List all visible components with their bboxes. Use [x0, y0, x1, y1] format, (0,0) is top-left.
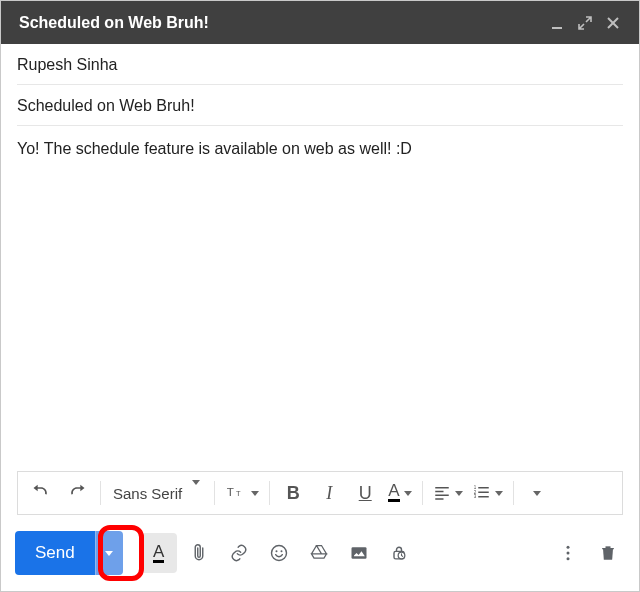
- svg-rect-24: [606, 546, 611, 548]
- svg-point-23: [567, 557, 570, 560]
- expand-button[interactable]: [571, 9, 599, 37]
- font-size-picker[interactable]: TT: [221, 475, 263, 511]
- chevron-down-icon: [455, 491, 463, 496]
- bold-button[interactable]: B: [276, 475, 310, 511]
- separator: [513, 481, 514, 505]
- insert-emoji-button[interactable]: [261, 533, 297, 573]
- separator: [100, 481, 101, 505]
- redo-button[interactable]: [60, 475, 94, 511]
- insert-drive-button[interactable]: [301, 533, 337, 573]
- discard-draft-button[interactable]: [591, 533, 625, 573]
- attach-file-button[interactable]: [181, 533, 217, 573]
- svg-point-17: [280, 550, 282, 552]
- formatting-toolbar: Sans Serif TT B I U A 123: [17, 471, 623, 515]
- window-title: Scheduled on Web Bruh!: [19, 14, 543, 32]
- svg-text:3: 3: [473, 494, 476, 499]
- more-options-button[interactable]: [551, 533, 585, 573]
- insert-photo-button[interactable]: [341, 533, 377, 573]
- title-bar: Scheduled on Web Bruh!: [1, 1, 639, 44]
- chevron-down-icon: [251, 491, 259, 496]
- svg-point-21: [567, 546, 570, 549]
- font-family-picker[interactable]: Sans Serif: [107, 475, 208, 511]
- chevron-down-icon: [192, 485, 200, 502]
- compose-window: Scheduled on Web Bruh! Rupesh Sinha Sche…: [0, 0, 640, 592]
- action-bar: Send A: [1, 525, 639, 591]
- chevron-down-icon: [533, 491, 541, 496]
- message-body[interactable]: Yo! The schedule feature is available on…: [1, 126, 639, 471]
- align-picker[interactable]: [429, 475, 467, 511]
- subject-field[interactable]: Scheduled on Web Bruh!: [17, 85, 623, 126]
- minimize-button[interactable]: [543, 9, 571, 37]
- close-button[interactable]: [599, 9, 627, 37]
- svg-text:T: T: [227, 485, 234, 498]
- svg-text:T: T: [236, 489, 241, 498]
- chevron-down-icon: [404, 491, 412, 496]
- insert-link-button[interactable]: [221, 533, 257, 573]
- header-fields: Rupesh Sinha Scheduled on Web Bruh!: [1, 44, 639, 126]
- list-picker[interactable]: 123: [469, 475, 507, 511]
- italic-button[interactable]: I: [312, 475, 346, 511]
- send-button[interactable]: Send: [15, 531, 95, 575]
- confidential-mode-button[interactable]: [381, 533, 417, 573]
- send-options-button[interactable]: [95, 531, 123, 575]
- svg-point-22: [567, 552, 570, 555]
- font-family-label: Sans Serif: [113, 485, 182, 502]
- send-button-group: Send: [15, 531, 123, 575]
- undo-button[interactable]: [24, 475, 58, 511]
- more-formatting-button[interactable]: [520, 475, 554, 511]
- compose-action-icons: A: [141, 533, 417, 573]
- recipients-field[interactable]: Rupesh Sinha: [17, 44, 623, 85]
- svg-rect-25: [602, 548, 614, 549]
- chevron-down-icon: [495, 491, 503, 496]
- underline-button[interactable]: U: [348, 475, 382, 511]
- separator: [269, 481, 270, 505]
- text-format-toggle[interactable]: A: [141, 533, 177, 573]
- separator: [214, 481, 215, 505]
- svg-point-16: [275, 550, 277, 552]
- svg-rect-18: [351, 547, 366, 559]
- text-color-picker[interactable]: A: [384, 475, 415, 511]
- separator: [422, 481, 423, 505]
- chevron-down-icon: [105, 551, 113, 556]
- right-actions: [551, 533, 625, 573]
- svg-point-15: [271, 546, 286, 561]
